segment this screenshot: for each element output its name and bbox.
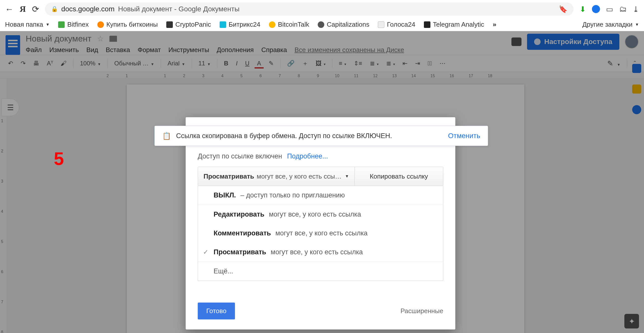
comment-add-icon[interactable]: ＋ <box>300 58 311 69</box>
done-button[interactable]: Готово <box>198 303 235 319</box>
overflow-icon[interactable]: » <box>493 21 496 28</box>
option-view[interactable]: ✓Просматривать могут все, у кого есть сс… <box>198 243 443 262</box>
highlight-icon[interactable]: ✎ <box>266 58 276 68</box>
bookmark-item[interactable]: Telegram Analytic <box>424 21 484 28</box>
lock-icon: 🔒 <box>51 6 58 12</box>
bookmark-item[interactable]: BitcoinTalk <box>269 21 309 28</box>
zoom-select[interactable]: 100%▼ <box>77 58 103 68</box>
check-icon: ✓ <box>203 248 209 256</box>
underline-icon[interactable]: U <box>243 58 252 68</box>
undo-link[interactable]: Отменить <box>448 132 480 140</box>
extension-panel-icon[interactable]: 🗂 <box>619 5 627 13</box>
indent-decrease-icon[interactable]: ⇤ <box>400 58 410 68</box>
advanced-link[interactable]: Расширенные <box>400 307 443 315</box>
url-domain: docs.google.com <box>61 5 115 13</box>
share-button[interactable]: Настройки Доступа <box>527 34 619 50</box>
calendar-icon[interactable] <box>632 64 641 73</box>
link-icon[interactable]: 🔗 <box>285 58 297 68</box>
print-icon[interactable]: 🖶 <box>31 58 42 68</box>
bookmark-item[interactable]: Купить биткоины <box>97 21 158 28</box>
numbered-list-icon[interactable]: ≣▾ <box>367 58 381 68</box>
option-comment[interactable]: Комментировать могут все, у кого есть сс… <box>198 224 443 243</box>
move-folder-icon[interactable] <box>109 36 117 42</box>
font-size-select[interactable]: 11▼ <box>196 58 213 68</box>
learn-more-link[interactable]: Подробнее... <box>287 152 328 160</box>
bookmark-item[interactable]: Битрикс24 <box>220 21 260 28</box>
address-box[interactable]: 🔒 docs.google.com Новый документ - Googl… <box>45 3 574 16</box>
option-off[interactable]: ВЫКЛ. – доступ только по приглашению <box>198 186 443 205</box>
link-copied-toast: 📋 Ссылка скопирована в буфер обмена. Дос… <box>154 126 488 146</box>
clear-format-icon[interactable]: Ｔ̶ <box>425 58 435 68</box>
align-icon[interactable]: ≡▾ <box>336 58 349 68</box>
permission-options: ВЫКЛ. – доступ только по приглашению Ред… <box>198 186 443 281</box>
account-avatar[interactable] <box>625 35 638 49</box>
bookmark-folder[interactable]: Новая папка ▼ <box>5 21 50 28</box>
downloads-icon[interactable]: ⤓ <box>633 5 639 14</box>
other-bookmarks[interactable]: Другие закладки ▼ <box>582 21 639 28</box>
menu-bar: Файл Изменить Вид Вставка Формат Инструм… <box>26 46 506 54</box>
italic-icon[interactable]: I <box>233 58 240 68</box>
spellcheck-icon[interactable]: Aᵀ <box>44 58 56 68</box>
person-icon <box>534 38 541 45</box>
image-icon[interactable]: 🖼▾ <box>313 58 328 68</box>
browser-address-bar: ← Я ⟳ 🔒 docs.google.com Новый документ -… <box>0 0 644 18</box>
bookmark-item[interactable]: Capitalizations <box>318 21 369 28</box>
menu-format[interactable]: Формат <box>138 46 161 54</box>
line-spacing-icon[interactable]: ⇕≡ <box>351 58 365 68</box>
menu-file[interactable]: Файл <box>26 46 42 54</box>
url-title: Новый документ - Google Документы <box>118 5 239 13</box>
bookmark-item[interactable]: Bitfinex <box>58 21 89 28</box>
bulleted-list-icon[interactable]: ≣▾ <box>384 58 397 68</box>
explore-icon[interactable]: ✦ <box>624 314 639 328</box>
docs-header: Новый документ ☆ Файл Изменить Вид Встав… <box>0 31 644 55</box>
bookmark-item[interactable]: Голоса24 <box>378 21 415 28</box>
reload-icon[interactable]: ⟳ <box>32 4 39 14</box>
extension-blue-icon[interactable] <box>592 5 600 13</box>
comments-icon[interactable] <box>511 37 521 46</box>
copy-link-button[interactable]: Копировать ссылку <box>354 167 443 186</box>
menu-help[interactable]: Справка <box>261 46 287 54</box>
option-more[interactable]: Ещё... <box>198 262 443 281</box>
share-dialog: Доступ по ссылке включен Подробнее... Пр… <box>186 117 455 329</box>
dialog-heading: Доступ по ссылке включен <box>198 152 282 160</box>
annotation-number: 5 <box>54 148 64 169</box>
keep-icon[interactable] <box>632 85 641 94</box>
download-icon[interactable]: ⬇ <box>580 5 586 14</box>
paint-format-icon[interactable]: 🖌 <box>58 58 69 68</box>
editing-mode-icon[interactable]: ✎ ▼ <box>605 58 623 69</box>
bold-icon[interactable]: B <box>221 58 231 68</box>
menu-insert[interactable]: Вставка <box>106 46 130 54</box>
battery-icon: ▭ <box>606 5 613 14</box>
docs-logo-icon[interactable] <box>6 35 20 55</box>
link-permission-select[interactable]: Просматривать могут все, у кого есть ссы… <box>198 167 354 186</box>
horizontal-ruler[interactable]: 21123456789101112131415161718 <box>0 72 644 78</box>
save-status[interactable]: Все изменения сохранены на Диске <box>295 46 404 54</box>
menu-addons[interactable]: Дополнения <box>217 46 254 54</box>
menu-view[interactable]: Вид <box>86 46 98 54</box>
indent-increase-icon[interactable]: ⇥ <box>413 58 423 68</box>
font-select[interactable]: Arial▼ <box>165 58 188 68</box>
text-color-icon[interactable]: A <box>255 58 264 68</box>
vertical-ruler[interactable]: 1 2 3 4 5 6 7 8 <box>0 78 7 333</box>
toast-message: Ссылка скопирована в буфер обмена. Досту… <box>176 132 443 140</box>
bookmark-icon[interactable]: 🔖 <box>559 5 568 13</box>
more-icon[interactable]: ⋯ <box>437 58 448 68</box>
bookmarks-bar: Новая папка ▼ Bitfinex Купить биткоины C… <box>0 18 644 31</box>
redo-icon[interactable]: ↷ <box>18 58 28 68</box>
yandex-icon[interactable]: Я <box>20 4 26 14</box>
toolbar: ↶ ↷ 🖶 Aᵀ 🖌 100%▼ Обычный …▼ Arial▼ 11▼ B… <box>0 55 644 72</box>
tasks-icon[interactable] <box>632 105 641 114</box>
chevron-down-icon: ▼ <box>345 174 349 179</box>
side-panel <box>629 64 644 114</box>
document-title[interactable]: Новый документ <box>26 34 92 44</box>
bookmark-item[interactable]: CryptoPanic <box>166 21 211 28</box>
back-icon[interactable]: ← <box>5 4 14 14</box>
style-select[interactable]: Обычный …▼ <box>112 58 157 68</box>
clipboard-icon: 📋 <box>162 132 171 140</box>
option-edit[interactable]: Редактировать могут все, у кого есть ссы… <box>198 205 443 224</box>
star-icon[interactable]: ☆ <box>97 34 104 43</box>
undo-icon[interactable]: ↶ <box>6 58 16 68</box>
menu-tools[interactable]: Инструменты <box>168 46 209 54</box>
menu-edit[interactable]: Изменить <box>49 46 79 54</box>
